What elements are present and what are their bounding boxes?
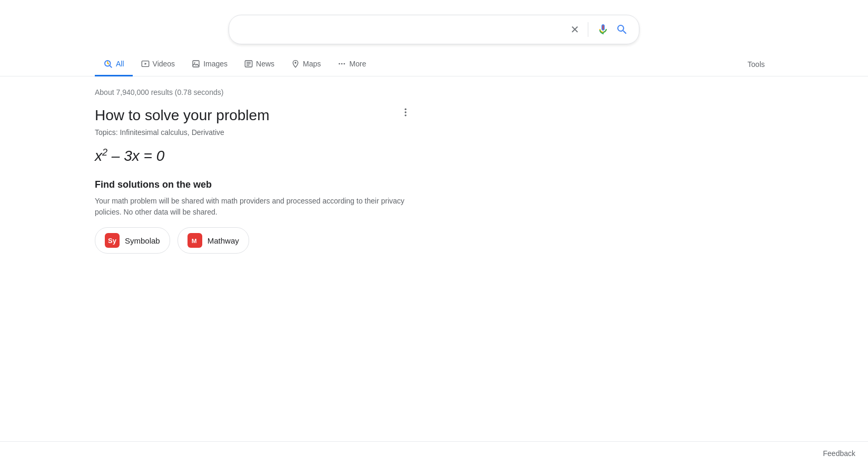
- tab-news-label: News: [256, 60, 274, 68]
- solution-providers: Sy Symbolab M Mathway: [95, 227, 432, 254]
- clear-button[interactable]: ✕: [568, 21, 581, 38]
- svg-rect-3: [193, 61, 199, 67]
- search-bar-wrapper: find the derivative of x^2-3x=0 ✕: [0, 0, 868, 53]
- mathway-logo: M: [188, 233, 202, 248]
- tab-more-label: More: [349, 60, 366, 68]
- svg-point-12: [344, 63, 346, 65]
- videos-tab-icon: [141, 60, 150, 68]
- more-tab-icon: [338, 60, 346, 68]
- search-icon: [616, 23, 628, 36]
- maps-tab-icon: [291, 60, 300, 68]
- tab-all[interactable]: All: [95, 53, 133, 76]
- images-tab-icon: [192, 60, 200, 68]
- featured-card: How to solve your problem Topics: Infini…: [95, 107, 432, 264]
- tab-all-label: All: [116, 60, 124, 68]
- more-options-button[interactable]: [400, 107, 411, 121]
- search-button[interactable]: [614, 21, 630, 38]
- mathway-icon: M: [190, 236, 200, 245]
- equation-display: x2 – 3x = 0: [95, 147, 432, 164]
- symbolab-label: Symbolab: [125, 236, 160, 245]
- tab-maps[interactable]: Maps: [283, 53, 329, 76]
- solutions-heading: Find solutions on the web: [95, 179, 432, 190]
- svg-point-15: [405, 114, 406, 116]
- tab-more[interactable]: More: [329, 53, 374, 76]
- featured-card-title: How to solve your problem: [95, 107, 432, 124]
- more-options-icon: [400, 107, 411, 118]
- svg-marker-2: [144, 63, 146, 65]
- results-stats: About 7,940,000 results (0.78 seconds): [95, 83, 432, 107]
- symbolab-button[interactable]: Sy Symbolab: [95, 227, 170, 254]
- featured-card-subtitle: Topics: Infinitesimal calculus, Derivati…: [95, 128, 432, 137]
- bottom-bar: Feedback: [0, 441, 868, 465]
- news-tab-icon: [244, 60, 253, 68]
- svg-point-4: [194, 62, 195, 63]
- search-input[interactable]: find the derivative of x^2-3x=0: [238, 24, 568, 35]
- svg-point-14: [405, 111, 406, 113]
- svg-point-13: [405, 109, 406, 110]
- svg-point-10: [339, 63, 340, 65]
- vertical-divider: [588, 22, 588, 37]
- all-tab-icon: [103, 59, 113, 69]
- clear-icon: ✕: [570, 23, 579, 36]
- tab-maps-label: Maps: [303, 60, 321, 68]
- search-bar-icons: ✕: [568, 21, 630, 38]
- search-bar: find the derivative of x^2-3x=0 ✕: [229, 15, 639, 44]
- svg-point-9: [294, 62, 296, 63]
- tab-videos-label: Videos: [153, 60, 175, 68]
- tab-images-label: Images: [203, 60, 228, 68]
- svg-point-11: [341, 63, 343, 65]
- tools-tab[interactable]: Tools: [739, 54, 773, 75]
- feedback-button[interactable]: Feedback: [823, 449, 855, 458]
- microphone-button[interactable]: [595, 21, 611, 38]
- tab-news[interactable]: News: [236, 53, 283, 76]
- symbolab-logo: Sy: [105, 233, 120, 248]
- tabs-nav: All Videos Images: [0, 53, 868, 76]
- mathway-button[interactable]: M Mathway: [177, 227, 249, 254]
- results-area: About 7,940,000 results (0.78 seconds) H…: [0, 76, 432, 264]
- mathway-label: Mathway: [208, 236, 239, 245]
- microphone-icon: [597, 23, 609, 36]
- svg-text:M: M: [191, 237, 196, 244]
- tab-images[interactable]: Images: [183, 53, 236, 76]
- tab-videos[interactable]: Videos: [133, 53, 184, 76]
- solutions-privacy-text: Your math problem will be shared with ma…: [95, 196, 432, 218]
